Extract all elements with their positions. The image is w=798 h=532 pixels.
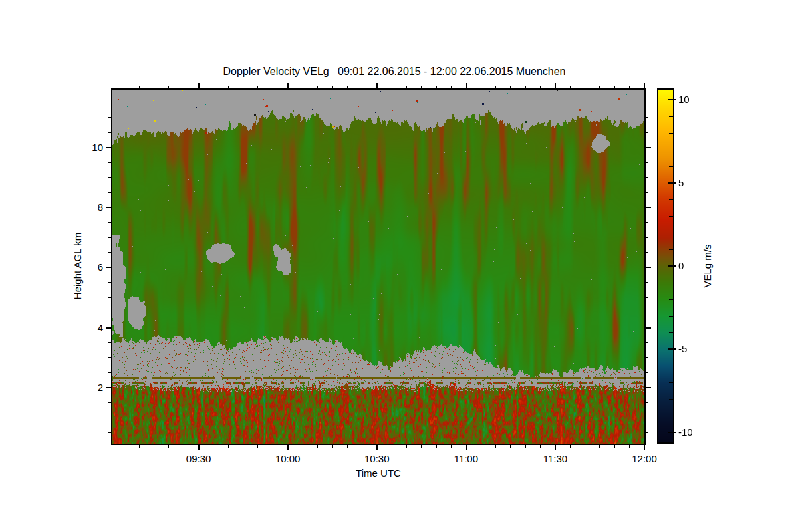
x-axis-label: Time UTC xyxy=(112,467,644,479)
x-minor-tick-top xyxy=(273,86,273,88)
colorbar-tick-label: -10 xyxy=(678,426,708,438)
x-minor-tick-top xyxy=(168,86,169,88)
colorbar-minor-tick xyxy=(669,116,673,117)
y-minor-tick-right xyxy=(646,192,648,193)
x-minor-tick-top xyxy=(495,86,496,88)
y-major-tick xyxy=(106,387,111,388)
x-tick-label: 09:30 xyxy=(176,453,222,465)
y-major-tick xyxy=(106,267,111,268)
x-minor-tick-top xyxy=(629,86,630,88)
x-minor-tick xyxy=(257,445,258,448)
x-minor-tick xyxy=(168,445,169,448)
y-major-tick xyxy=(106,327,111,329)
x-minor-tick-top xyxy=(585,86,585,88)
y-tick-label: 8 xyxy=(57,201,103,213)
x-minor-tick xyxy=(317,445,318,448)
y-minor-tick xyxy=(108,402,111,403)
x-minor-tick-top xyxy=(406,86,407,88)
y-minor-tick xyxy=(108,418,111,418)
y-minor-tick-right xyxy=(646,297,648,298)
colorbar-minor-tick xyxy=(669,150,673,150)
x-tick-label: 10:30 xyxy=(354,453,400,465)
colorbar-major-tick xyxy=(668,348,676,350)
y-minor-tick-right xyxy=(646,237,648,238)
y-major-tick xyxy=(106,207,111,208)
colorbar-major-tick xyxy=(668,182,676,184)
colorbar-tick-label: 0 xyxy=(678,260,708,272)
x-minor-tick-top xyxy=(451,86,452,88)
x-major-tick xyxy=(198,445,200,450)
x-major-tick-top xyxy=(376,83,378,88)
x-minor-tick-top xyxy=(481,86,481,88)
y-minor-tick-right xyxy=(646,177,648,178)
x-major-tick-top xyxy=(287,83,289,88)
x-minor-tick-top xyxy=(154,86,154,88)
y-minor-tick xyxy=(108,117,111,118)
colorbar-minor-tick xyxy=(669,283,673,283)
colorbar-tick-label: 5 xyxy=(678,177,708,189)
y-minor-tick xyxy=(108,372,111,373)
y-minor-tick-right xyxy=(646,402,648,403)
x-minor-tick xyxy=(362,445,362,448)
y-minor-tick-right xyxy=(646,313,648,313)
x-minor-tick xyxy=(184,445,184,448)
y-minor-tick xyxy=(108,222,111,223)
y-tick-label: 4 xyxy=(57,322,103,334)
x-minor-tick xyxy=(392,445,392,448)
x-minor-tick xyxy=(332,445,332,448)
x-minor-tick xyxy=(525,445,526,448)
colorbar-tick-label: 10 xyxy=(678,94,708,106)
colorbar-major-tick xyxy=(668,99,676,100)
y-minor-tick-right xyxy=(646,418,648,418)
x-major-tick xyxy=(376,445,378,450)
y-minor-tick-right xyxy=(646,432,648,433)
x-minor-tick-top xyxy=(184,86,184,88)
x-tick-label: 11:30 xyxy=(532,453,579,465)
y-minor-tick xyxy=(108,102,111,102)
x-minor-tick xyxy=(228,445,229,448)
y-major-tick xyxy=(106,147,111,148)
x-minor-tick xyxy=(540,445,541,448)
colorbar-major-tick xyxy=(668,432,676,433)
x-minor-tick xyxy=(436,445,437,448)
x-minor-tick-top xyxy=(525,86,526,88)
x-tick-label: 10:00 xyxy=(265,453,311,465)
x-minor-tick-top xyxy=(392,86,392,88)
y-minor-tick-right xyxy=(646,282,648,283)
x-minor-tick xyxy=(347,445,348,448)
x-minor-tick-top xyxy=(317,86,318,88)
x-minor-tick xyxy=(139,445,140,448)
x-minor-tick-top xyxy=(213,86,213,88)
x-minor-tick xyxy=(303,445,303,448)
x-minor-tick xyxy=(495,445,496,448)
colorbar-minor-tick xyxy=(669,299,673,300)
y-minor-tick-right xyxy=(646,357,648,358)
y-major-tick-right xyxy=(646,147,651,148)
chart-title: Doppler Velocity VELg 09:01 22.06.2015 -… xyxy=(112,66,676,78)
x-minor-tick xyxy=(629,445,630,448)
x-tick-label: 11:00 xyxy=(443,453,489,465)
x-minor-tick-top xyxy=(436,86,437,88)
y-minor-tick-right xyxy=(646,117,648,118)
colorbar-minor-tick xyxy=(669,382,673,383)
x-minor-tick-top xyxy=(510,86,511,88)
x-minor-tick-top xyxy=(421,86,422,88)
y-minor-tick xyxy=(108,132,111,133)
x-major-tick-top xyxy=(644,83,645,88)
y-minor-tick xyxy=(108,252,111,253)
x-major-tick-top xyxy=(555,83,556,88)
x-minor-tick xyxy=(614,445,615,448)
x-minor-tick xyxy=(213,445,213,448)
y-minor-tick xyxy=(108,342,111,343)
x-minor-tick xyxy=(154,445,154,448)
colorbar-minor-tick xyxy=(669,416,673,416)
colorbar-minor-tick xyxy=(669,332,673,333)
plot-frame xyxy=(111,88,646,445)
x-minor-tick-top xyxy=(332,86,332,88)
x-minor-tick-top xyxy=(347,86,348,88)
y-major-tick-right xyxy=(646,387,651,388)
x-minor-tick-top xyxy=(570,86,571,88)
colorbar-minor-tick xyxy=(669,249,673,250)
x-minor-tick-top xyxy=(124,86,124,88)
y-minor-tick xyxy=(108,357,111,358)
